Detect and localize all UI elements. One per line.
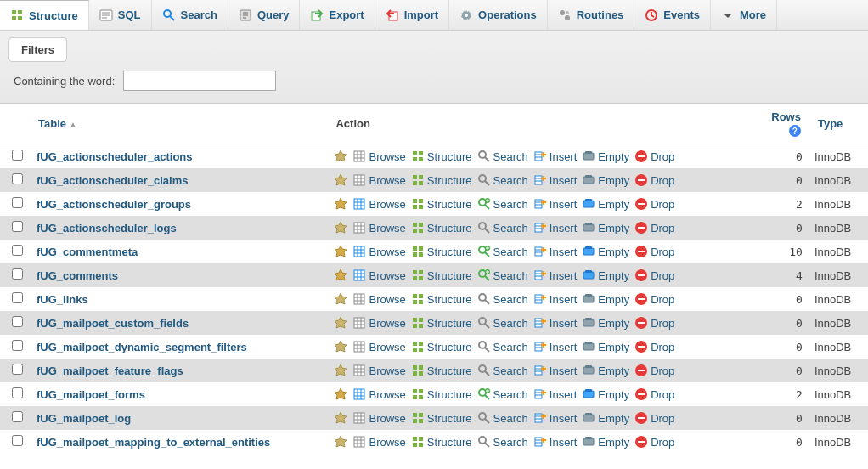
drop-link[interactable]: Drop <box>634 435 674 449</box>
empty-link[interactable]: Empty <box>582 268 629 282</box>
insert-link[interactable]: Insert <box>533 173 578 187</box>
browse-link[interactable]: Browse <box>352 268 405 282</box>
drop-link[interactable]: Drop <box>634 387 674 401</box>
empty-link[interactable]: Empty <box>582 245 629 258</box>
search-link[interactable]: Search <box>477 221 528 234</box>
structure-link[interactable]: Structure <box>411 245 472 258</box>
structure-link[interactable]: Structure <box>411 411 472 425</box>
insert-link[interactable]: Insert <box>533 340 578 353</box>
table-name-link[interactable]: fUG_mailpoet_mapping_to_external_entitie… <box>37 436 270 449</box>
structure-link[interactable]: Structure <box>411 173 472 187</box>
insert-link[interactable]: Insert <box>533 435 578 449</box>
empty-link[interactable]: Empty <box>582 150 629 163</box>
empty-link[interactable]: Empty <box>582 387 629 401</box>
insert-link[interactable]: Insert <box>533 364 578 377</box>
table-name-link[interactable]: fUG_mailpoet_log <box>37 412 131 425</box>
empty-link[interactable]: Empty <box>582 340 629 353</box>
structure-link[interactable]: Structure <box>411 197 472 211</box>
table-name-link[interactable]: fUG_actionscheduler_claims <box>37 174 188 187</box>
tab-structure[interactable]: Structure <box>0 0 89 30</box>
insert-link[interactable]: Insert <box>533 292 578 306</box>
empty-link[interactable]: Empty <box>582 292 629 306</box>
row-checkbox[interactable] <box>12 221 23 232</box>
drop-link[interactable]: Drop <box>634 173 674 187</box>
structure-link[interactable]: Structure <box>411 221 472 234</box>
search-link[interactable]: Search <box>477 197 528 211</box>
empty-link[interactable]: Empty <box>582 173 629 187</box>
drop-link[interactable]: Drop <box>634 221 674 234</box>
row-checkbox[interactable] <box>12 268 23 280</box>
drop-link[interactable]: Drop <box>634 364 674 377</box>
structure-link[interactable]: Structure <box>411 435 472 449</box>
tab-events[interactable]: Events <box>634 0 711 30</box>
star-icon[interactable] <box>334 221 347 234</box>
browse-link[interactable]: Browse <box>352 340 405 353</box>
search-link[interactable]: Search <box>477 245 528 258</box>
tab-search[interactable]: Search <box>152 0 228 30</box>
structure-link[interactable]: Structure <box>411 268 472 282</box>
search-link[interactable]: Search <box>477 173 528 187</box>
empty-link[interactable]: Empty <box>582 364 629 377</box>
insert-link[interactable]: Insert <box>533 316 578 330</box>
drop-link[interactable]: Drop <box>634 197 674 211</box>
search-link[interactable]: Search <box>477 268 528 282</box>
star-icon[interactable] <box>334 173 347 187</box>
insert-link[interactable]: Insert <box>533 150 578 163</box>
structure-link[interactable]: Structure <box>411 150 472 163</box>
insert-link[interactable]: Insert <box>533 197 578 211</box>
structure-link[interactable]: Structure <box>411 340 472 353</box>
browse-link[interactable]: Browse <box>352 316 405 330</box>
table-name-link[interactable]: fUG_actionscheduler_groups <box>37 198 191 211</box>
table-name-link[interactable]: fUG_mailpoet_dynamic_segment_filters <box>37 341 247 353</box>
table-name-link[interactable]: fUG_actionscheduler_actions <box>37 150 193 163</box>
insert-link[interactable]: Insert <box>533 268 578 282</box>
tab-routines[interactable]: Routines <box>548 0 635 30</box>
row-checkbox[interactable] <box>12 387 23 398</box>
structure-link[interactable]: Structure <box>411 387 472 401</box>
table-name-link[interactable]: fUG_mailpoet_forms <box>37 388 145 401</box>
tab-sql[interactable]: SQL <box>89 0 152 30</box>
row-checkbox[interactable] <box>12 435 23 446</box>
browse-link[interactable]: Browse <box>352 292 405 306</box>
empty-link[interactable]: Empty <box>582 411 629 425</box>
drop-link[interactable]: Drop <box>634 150 674 163</box>
col-type[interactable]: Type <box>809 104 868 144</box>
star-icon[interactable] <box>334 197 347 211</box>
star-icon[interactable] <box>334 292 347 306</box>
browse-link[interactable]: Browse <box>352 411 405 425</box>
tab-query[interactable]: Query <box>228 0 301 30</box>
empty-link[interactable]: Empty <box>582 316 629 330</box>
star-icon[interactable] <box>334 268 347 282</box>
insert-link[interactable]: Insert <box>533 411 578 425</box>
search-link[interactable]: Search <box>477 387 528 401</box>
insert-link[interactable]: Insert <box>533 245 578 258</box>
star-icon[interactable] <box>334 245 347 258</box>
table-name-link[interactable]: fUG_mailpoet_custom_fields <box>37 317 189 330</box>
drop-link[interactable]: Drop <box>634 268 674 282</box>
search-link[interactable]: Search <box>477 411 528 425</box>
insert-link[interactable]: Insert <box>533 387 578 401</box>
empty-link[interactable]: Empty <box>582 435 629 449</box>
table-name-link[interactable]: fUG_links <box>37 293 88 306</box>
browse-link[interactable]: Browse <box>352 173 405 187</box>
tab-import[interactable]: Import <box>375 0 449 30</box>
search-link[interactable]: Search <box>477 316 528 330</box>
search-link[interactable]: Search <box>477 292 528 306</box>
star-icon[interactable] <box>334 387 347 401</box>
structure-link[interactable]: Structure <box>411 364 472 377</box>
star-icon[interactable] <box>334 364 347 377</box>
star-icon[interactable] <box>334 340 347 353</box>
tab-export[interactable]: Export <box>300 0 375 30</box>
row-checkbox[interactable] <box>12 197 23 208</box>
star-icon[interactable] <box>334 150 347 163</box>
filter-input[interactable] <box>123 71 276 91</box>
table-name-link[interactable]: fUG_comments <box>37 269 118 282</box>
browse-link[interactable]: Browse <box>352 387 405 401</box>
empty-link[interactable]: Empty <box>582 221 629 234</box>
col-table[interactable]: Table▲ <box>30 104 327 144</box>
row-checkbox[interactable] <box>12 173 23 184</box>
star-icon[interactable] <box>334 316 347 330</box>
star-icon[interactable] <box>334 411 347 425</box>
insert-link[interactable]: Insert <box>533 221 578 234</box>
browse-link[interactable]: Browse <box>352 150 405 163</box>
